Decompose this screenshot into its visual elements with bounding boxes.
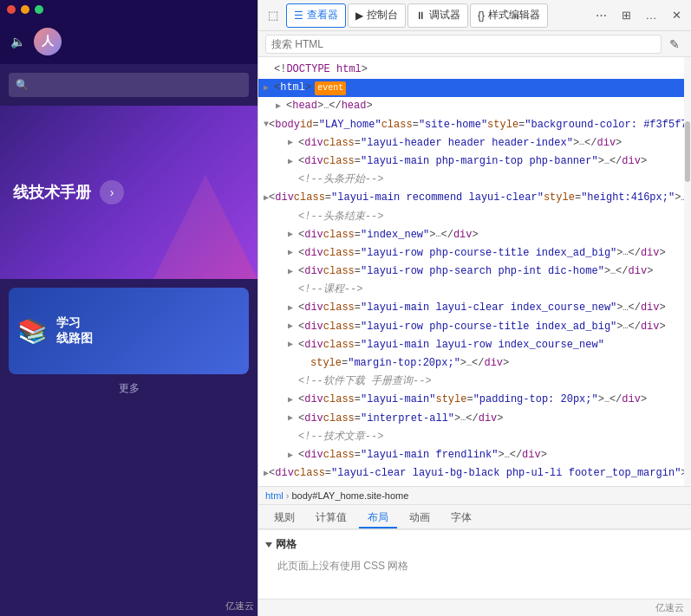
tree-line-div3[interactable]: ▶ <div class="layui-main recommend layui… — [258, 189, 691, 207]
tab-debugger-label: 调试器 — [429, 8, 460, 23]
devtools-toolbar: ⬚ ☰ 查看器 ▶ 控制台 ⏸ 调试器 {} 样式编辑器 ⋯ ⊞ … ✕ — [258, 0, 691, 31]
tree-line-div13[interactable]: ▶ <div class="layui-clear layui-bg-black… — [258, 464, 691, 483]
expand-arrow[interactable]: ▶ — [288, 320, 298, 334]
expand-arrow[interactable]: ▶ — [288, 449, 298, 463]
banner-image — [153, 175, 257, 279]
tab-style-label: 样式编辑器 — [488, 8, 540, 23]
tab-inspector[interactable]: ☰ 查看器 — [286, 3, 346, 28]
expand-arrow[interactable]: ▶ — [288, 246, 298, 260]
breadcrumb-body[interactable]: body#LAY_home.site-home — [291, 490, 408, 501]
tree-line-div5[interactable]: ▶ <div class="layui-row php-course-title… — [258, 244, 691, 263]
dock-button[interactable]: ⊞ — [615, 4, 637, 27]
left-panel: 🔈 人 🔍 线技术手册 › 📚 学习 线路图 更多 亿速 — [0, 0, 257, 616]
tree-line-body[interactable]: ▼ <body id="LAY_home" class="site-home" … — [258, 116, 691, 134]
expand-arrow[interactable]: ▶ — [288, 412, 298, 425]
tab-fonts[interactable]: 字体 — [442, 508, 480, 528]
tree-line-html[interactable]: ▶ <html> event — [258, 79, 691, 97]
tab-console[interactable]: ▶ 控制台 — [348, 3, 406, 28]
grid-label: 网格 — [276, 537, 297, 552]
devtools-footer: 亿速云 — [258, 599, 691, 616]
expand-arrow[interactable]: ▶ — [288, 265, 298, 279]
event-badge: event — [315, 81, 346, 95]
maximize-dot[interactable] — [35, 5, 43, 14]
expand-arrow[interactable]: ▶ — [288, 302, 298, 315]
expand-arrow[interactable]: ▶ — [264, 81, 274, 95]
tree-line-div7[interactable]: ▶ <div class="layui-main layui-clear ind… — [258, 299, 691, 317]
tree-line-div2[interactable]: ▶ <div class="layui-main php-margin-top … — [258, 152, 691, 171]
banner-text: 线技术手册 — [13, 181, 91, 204]
tree-line-comment3: <!--课程--> — [258, 281, 691, 299]
card-label: 学习 线路图 — [56, 315, 93, 347]
tab-inspector-icon: ☰ — [294, 10, 303, 22]
breadcrumb: html › body#LAY_home.site-home — [258, 486, 691, 505]
no-css-grid-text: 此页面上没有使用 CSS 网格 — [265, 555, 684, 574]
tab-console-icon: ▶ — [355, 10, 363, 22]
tree-line-div10[interactable]: ▶ <div class="layui-main" style="padding… — [258, 391, 691, 409]
more-label[interactable]: 更多 — [9, 381, 249, 396]
tab-debugger-icon: ⏸ — [415, 10, 426, 22]
more-tools-button[interactable]: ⋯ — [590, 4, 612, 27]
tab-style-editor[interactable]: {} 样式编辑器 — [470, 3, 548, 28]
properties-panel: 网格 此页面上没有使用 CSS 网格 — [258, 529, 691, 599]
devtools-panel: ⬚ ☰ 查看器 ▶ 控制台 ⏸ 调试器 {} 样式编辑器 ⋯ ⊞ … ✕ — [257, 0, 691, 616]
left-search: 🔍 — [9, 73, 249, 97]
tree-line-div9[interactable]: ▶ <div class="layui-main layui-row index… — [258, 336, 691, 354]
tree-line-comment2: <!--头条结束--> — [258, 208, 691, 226]
expand-arrow[interactable]: ▶ — [288, 136, 298, 150]
scrollbar-track — [684, 57, 691, 486]
expand-arrow[interactable]: ▶ — [288, 393, 298, 407]
expand-arrow[interactable]: ▶ — [288, 338, 298, 352]
window-controls — [0, 0, 257, 19]
banner-arrow[interactable]: › — [100, 180, 124, 204]
tab-rules[interactable]: 规则 — [265, 508, 303, 528]
html-search-input[interactable] — [265, 35, 662, 54]
devtools-search-bar: ✎ — [258, 31, 691, 57]
close-devtools-button[interactable]: ✕ — [665, 4, 688, 27]
tab-debugger[interactable]: ⏸ 调试器 — [407, 3, 468, 28]
tree-line-div4[interactable]: ▶ <div class="index_new" > … </div> — [258, 226, 691, 244]
tree-line-comment1: <!--头条开始--> — [258, 171, 691, 189]
more-toolbar-buttons: ⋯ ⊞ … ✕ — [590, 4, 688, 27]
tree-line-div8[interactable]: ▶ <div class="layui-row php-course-title… — [258, 318, 691, 336]
expand-arrow[interactable]: ▶ — [276, 100, 286, 113]
tree-line-comment5: <!--技术文章--> — [258, 428, 691, 446]
card-icon: 📚 — [17, 317, 48, 346]
tree-line-div9b[interactable]: style="margin-top:20px;" > … </div> — [258, 354, 691, 373]
tab-animations[interactable]: 动画 — [401, 508, 439, 528]
tree-line-div11[interactable]: ▶ <div class="interpret-all" > … </div> — [258, 410, 691, 428]
tab-layout[interactable]: 布局 — [359, 508, 397, 528]
inspect-icon[interactable]: ⬚ — [262, 4, 284, 27]
speaker-icon[interactable]: 🔈 — [10, 35, 25, 49]
banner: 线技术手册 › — [0, 106, 257, 279]
minimize-dot[interactable] — [21, 5, 29, 14]
tab-style-icon: {} — [478, 10, 485, 22]
avatar[interactable]: 人 — [34, 28, 62, 55]
tree-line-div1[interactable]: ▶ <div class="layui-header header header… — [258, 134, 691, 152]
tree-line-comment4: <!--软件下载 手册查询--> — [258, 373, 691, 391]
close-dot[interactable] — [7, 5, 16, 14]
expand-arrow[interactable]: ▶ — [288, 228, 298, 242]
tree-line-div6[interactable]: ▶ <div class="layui-row php-search php-i… — [258, 263, 691, 281]
tree-line-div12[interactable]: ▶ <div class="layui-main frendlink" > … … — [258, 446, 691, 464]
watermark: 亿速云 — [225, 600, 254, 613]
scrollbar-thumb[interactable] — [685, 121, 690, 182]
edit-html-button[interactable]: ✎ — [665, 35, 684, 54]
grid-section-header[interactable]: 网格 — [265, 537, 684, 552]
overflow-button[interactable]: … — [640, 4, 662, 27]
collapse-icon[interactable] — [265, 542, 272, 548]
expand-arrow[interactable]: ▶ — [288, 155, 298, 169]
tab-inspector-label: 查看器 — [307, 8, 338, 23]
html-tree[interactable]: <!DOCTYPE html> ▶ <html> event ▶ <head> … — [258, 57, 691, 486]
tab-console-label: 控制台 — [367, 8, 398, 23]
learning-card[interactable]: 📚 学习 线路图 — [9, 288, 249, 374]
search-icon: 🔍 — [16, 79, 29, 91]
bottom-tabs: 规则 计算值 布局 动画 字体 — [258, 505, 691, 529]
tree-line-head[interactable]: ▶ <head> … </head> — [258, 97, 691, 115]
tree-line: <!DOCTYPE html> — [258, 61, 691, 79]
devtools-watermark: 亿速云 — [655, 601, 684, 614]
tab-computed[interactable]: 计算值 — [307, 508, 355, 528]
user-bar: 🔈 人 — [0, 19, 257, 64]
breadcrumb-html[interactable]: html — [265, 490, 284, 501]
tree-line-input[interactable]: <input id="verifycode" value="/captcha.h… — [258, 483, 691, 486]
